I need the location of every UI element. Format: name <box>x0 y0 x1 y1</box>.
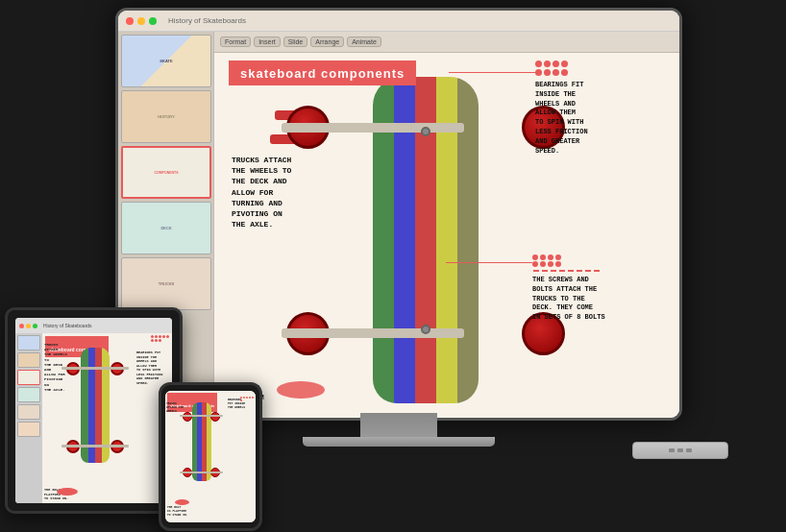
screw-dot-8 <box>555 261 561 267</box>
iphone-dot-3 <box>246 397 248 399</box>
iphone-wheel-tr <box>210 412 220 422</box>
ipad-slides-panel <box>15 333 42 503</box>
slide-thumb-4[interactable]: DECK <box>121 202 211 254</box>
ipad-bearing-dots <box>151 335 170 342</box>
iphone: skateboard components TRUCKS ATTACH THE … <box>159 382 262 531</box>
screws-lines <box>532 269 675 273</box>
iphone-dot-1 <box>240 397 242 399</box>
mac-mini-ports <box>669 448 692 452</box>
screw-dot-4 <box>555 254 561 260</box>
ipad-dot-b6 <box>151 339 154 342</box>
iphone-oval <box>175 499 189 505</box>
bearing-dot-7 <box>553 69 559 76</box>
bearing-dot-1 <box>535 60 542 67</box>
screws-text: THE SCREWS AND BOLTS ATTACH THE TRUCKS T… <box>532 276 675 323</box>
mac-mini-port-1 <box>669 448 675 452</box>
close-button[interactable] <box>126 17 134 25</box>
ipad-slide-2[interactable] <box>17 352 40 368</box>
slide-thumb-5[interactable]: TRUCKS <box>121 257 211 310</box>
truck-bolt-bottom <box>421 325 430 334</box>
ipad-slide-1[interactable] <box>17 335 40 351</box>
ipad-dot-b1 <box>151 335 154 338</box>
bearing-dot-2 <box>544 60 551 67</box>
main-slide-area: skateboard components TRUCKS ATTACH THE … <box>214 53 679 418</box>
ipad-slide-5[interactable] <box>17 404 40 420</box>
bearing-dot-3 <box>553 60 559 67</box>
iphone-skateboard <box>180 402 223 489</box>
ipad-dot-b3 <box>159 335 161 338</box>
iphone-dot-6 <box>240 399 242 401</box>
monitor: History of Skateboards SKATE HISTORY COM… <box>115 8 682 421</box>
monitor-screen: History of Skateboards SKATE HISTORY COM… <box>118 11 679 418</box>
ipad-screen: History of Skateboards skateboard compon… <box>15 318 172 503</box>
iphone-dot-5 <box>252 397 254 399</box>
skateboard <box>320 58 531 418</box>
stand-base <box>303 437 495 447</box>
screws-connector-line <box>446 262 532 263</box>
format-btn[interactable]: Format <box>220 36 251 47</box>
ipad-title-bar-text: History of Skateboards <box>43 323 92 328</box>
ipad-dot-2 <box>26 324 31 328</box>
ipad-trucks-text: TRUCKS ATTACH THE WHEELS TO THE DECK AND… <box>44 343 68 393</box>
iphone-trucks-text: TRUCKS ATTACH THE WHEELS <box>166 402 184 414</box>
ipad-oval <box>57 488 78 496</box>
ipad-skateboard <box>61 348 129 472</box>
iphone-wheel-tl <box>183 412 192 422</box>
ipad-slide-4[interactable] <box>17 387 40 402</box>
slide-thumb-3[interactable]: COMPONENTS <box>121 146 211 199</box>
ipad-toolbar: History of Skateboards <box>15 318 172 333</box>
bearings-dots <box>535 60 572 76</box>
ipad-dot-b4 <box>162 335 165 338</box>
ipad-slide-3[interactable] <box>17 370 40 385</box>
ipad-dot-b2 <box>155 335 158 338</box>
stand-neck <box>360 413 437 437</box>
bearing-dot-4 <box>561 60 568 67</box>
mac-mini <box>632 442 728 459</box>
screw-dot-3 <box>548 254 553 260</box>
oval-decoration <box>277 381 325 399</box>
truck-bolt-top <box>421 127 430 136</box>
screw-dot-1 <box>532 254 538 260</box>
slide-thumb-1[interactable]: SKATE <box>121 35 211 87</box>
minimize-button[interactable] <box>137 17 145 25</box>
insert-btn[interactable]: Insert <box>254 36 281 47</box>
ipad-main-content: skateboard components TRUCKS ATTACH THE … <box>42 333 172 503</box>
maximize-button[interactable] <box>149 17 157 25</box>
ipad-truck-bottom <box>61 445 129 447</box>
slide-thumb-2[interactable]: HISTORY <box>121 90 211 143</box>
ipad-bearings-text: BEARINGS FIT INSIDE THE WHEELS AND ALLOW… <box>136 351 170 385</box>
screws-dots <box>532 254 675 273</box>
screw-dot-2 <box>540 254 546 260</box>
truck-bar-bottom <box>282 328 464 338</box>
bearings-connector-line <box>449 72 535 73</box>
ipad-dot-b8 <box>159 339 161 342</box>
monitor-toolbar: History of Skateboards <box>118 11 679 32</box>
app-toolbar: Format Insert Slide Arrange Animate <box>214 32 679 53</box>
iphone-dot-4 <box>249 397 251 399</box>
iphone-dots <box>240 397 254 401</box>
ipad-truck-top <box>61 367 129 370</box>
app-title: History of Skateboards <box>168 16 246 25</box>
screw-dot-7 <box>548 261 553 267</box>
screws-section: THE SCREWS AND BOLTS ATTACH THE TRUCKS T… <box>532 254 675 323</box>
slide-title-banner: skateboard components <box>229 60 416 85</box>
iphone-truck-bottom <box>180 472 223 473</box>
ipad-dot-b5 <box>166 335 169 338</box>
bearings-text: BEARINGS FIT INSIDE THE WHEELS AND ALLOW… <box>535 81 675 156</box>
iphone-truck-top <box>180 415 223 417</box>
bearing-dot-6 <box>544 69 551 76</box>
ipad-content: skateboard components TRUCKS ATTACH THE … <box>15 333 172 503</box>
iphone-screen: skateboard components TRUCKS ATTACH THE … <box>165 391 256 522</box>
ipad-slide-6[interactable] <box>17 422 40 437</box>
iphone-bottom-text: THE BOLT IS PLATFORM TO STAND ON. <box>167 506 194 518</box>
ipad-dot-3 <box>33 324 37 328</box>
slide-title: skateboard components <box>240 66 405 81</box>
animate-btn[interactable]: Animate <box>347 36 381 47</box>
screw-dot-5 <box>532 261 538 267</box>
screw-dot-6 <box>540 261 546 267</box>
iphone-content: skateboard components TRUCKS ATTACH THE … <box>165 391 256 522</box>
bearings-section: BEARINGS FIT INSIDE THE WHEELS AND ALLOW… <box>535 60 675 156</box>
slide-btn[interactable]: Slide <box>283 36 308 47</box>
truck-bar-top <box>282 123 464 133</box>
arrange-btn[interactable]: Arrange <box>310 36 344 47</box>
